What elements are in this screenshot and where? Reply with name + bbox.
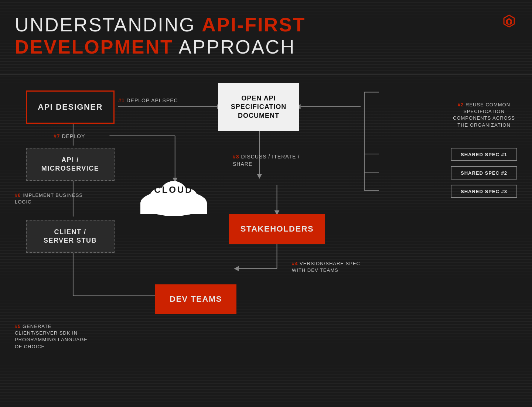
client-server-stub-box: CLIENT / SERVER STUB <box>26 220 115 253</box>
step5-num: #5 <box>15 324 21 329</box>
step6-num: #6 <box>15 192 21 198</box>
step2-num: #2 <box>458 102 464 107</box>
title-line2: DEVELOPMENT APPROACH <box>15 36 306 58</box>
step3-num: #3 <box>233 154 239 160</box>
shared-spec-3-box: SHARED SPEC #3 <box>451 185 517 198</box>
cloud-label: CLOUD <box>154 185 193 195</box>
title-suffix: APPROACH <box>173 36 295 58</box>
shared-spec-2-num: #2 <box>501 170 507 176</box>
step7-num: #7 <box>54 133 60 139</box>
api-designer-label: API DESIGNER <box>38 102 103 112</box>
page: UNDERSTANDING API-FIRST DEVELOPMENT APPR… <box>0 0 532 407</box>
open-api-spec-label: OPEN API SPECIFICATION DOCUMENT <box>231 94 287 120</box>
cloud-container: CLOUD <box>133 164 214 223</box>
svg-marker-5 <box>257 174 262 179</box>
step4-text: VERSION/SHARE SPEC WITH DEV TEAMS <box>292 261 360 273</box>
diagram: API DESIGNER #1 DEPLOP API SPEC OPEN API… <box>11 79 521 396</box>
api-microservice-box: API / MICROSERVICE <box>26 148 115 181</box>
dev-teams-label: DEV TEAMS <box>170 294 222 304</box>
step3-label: #3 DISCUSS / ITERATE / SHARE <box>233 153 307 168</box>
step5-text: GENERATE CLIENT/SERVER SDK IN PROGRAMMIN… <box>15 324 88 349</box>
title-accent-1: API-FIRST <box>202 14 306 35</box>
divider <box>0 74 532 75</box>
shared-spec-2-label: SHARED SPEC #2 <box>461 170 507 176</box>
shared-spec-3-num: #3 <box>501 189 507 194</box>
step1-label: #1 DEPLOP API SPEC <box>118 97 211 105</box>
shared-spec-3-label: SHARED SPEC #3 <box>461 189 507 194</box>
shared-spec-1-num: #1 <box>501 152 507 157</box>
step1-num: #1 <box>118 98 125 103</box>
step6-text: IMPLEMENT BUSINESS LOGIC <box>15 192 83 205</box>
title-section: UNDERSTANDING API-FIRST DEVELOPMENT APPR… <box>15 14 306 58</box>
svg-marker-10 <box>234 266 239 271</box>
api-designer-box: API DESIGNER <box>26 90 115 124</box>
open-api-spec-box: OPEN API SPECIFICATION DOCUMENT <box>218 83 299 131</box>
api-microservice-label: API / MICROSERVICE <box>41 156 99 173</box>
shared-spec-1-label: SHARED SPEC #1 <box>461 152 507 157</box>
shared-spec-2-box: SHARED SPEC #2 <box>451 166 517 179</box>
step4-num: #4 <box>292 261 298 266</box>
stakeholders-label: STAKEHOLDERS <box>241 224 314 234</box>
step7-text: DEPLOY <box>60 133 85 139</box>
shared-spec-1-box: SHARED SPEC #1 <box>451 148 517 161</box>
stakeholders-box: STAKEHOLDERS <box>229 214 325 244</box>
dev-teams-box: DEV TEAMS <box>155 284 236 314</box>
step3-text: DISCUSS / ITERATE / SHARE <box>233 154 300 167</box>
svg-rect-30 <box>140 203 207 214</box>
step6-label: #6 IMPLEMENT BUSINESS LOGIC <box>15 192 89 205</box>
title-accent-2: DEVELOPMENT <box>15 36 173 58</box>
step1-text: DEPLOP API SPEC <box>125 98 178 103</box>
title-prefix: UNDERSTANDING <box>15 14 202 35</box>
client-server-stub-label: CLIENT / SERVER STUB <box>44 228 97 245</box>
step2-label: #2 REUSE COMMON SPECIFICATION COMPONENTS… <box>451 102 517 129</box>
logo <box>500 13 518 32</box>
step7-label: #7 DEPLOY <box>54 133 109 140</box>
title-line1: UNDERSTANDING API-FIRST <box>15 14 306 36</box>
step5-label: #5 GENERATE CLIENT/SERVER SDK IN PROGRAM… <box>15 323 96 350</box>
step4-label: #4 VERSION/SHARE SPEC WITH DEV TEAMS <box>292 260 366 274</box>
